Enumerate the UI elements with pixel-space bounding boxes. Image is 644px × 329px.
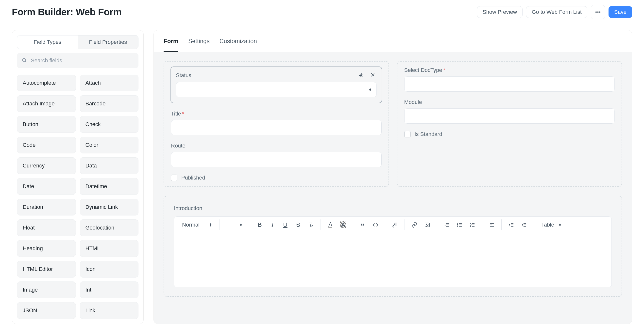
italic-button[interactable]: I <box>267 219 278 231</box>
field-type-check[interactable]: Check <box>80 116 139 133</box>
route-input[interactable] <box>171 152 382 167</box>
chevron-updown-icon: ▲▼ <box>558 223 562 227</box>
editor-heading: Introduction <box>174 205 612 212</box>
main-tab-form[interactable]: Form <box>164 30 178 52</box>
field-is-standard[interactable]: Is Standard <box>404 131 615 137</box>
indent-button[interactable] <box>518 219 530 231</box>
svg-rect-12 <box>425 223 430 227</box>
toolbar-separator <box>501 219 502 230</box>
main-panel: FormSettingsCustomization Status <box>154 30 632 324</box>
field-module[interactable]: Module <box>404 99 615 124</box>
published-checkbox[interactable] <box>171 175 178 181</box>
status-select[interactable] <box>176 82 377 97</box>
field-type-json[interactable]: JSON <box>17 302 76 319</box>
search-wrap <box>17 53 138 68</box>
field-type-link[interactable]: Link <box>80 302 139 319</box>
align-button[interactable] <box>486 219 498 231</box>
field-type-dynamic-link[interactable]: Dynamic Link <box>80 199 139 216</box>
chevron-updown-icon: ▲▼ <box>240 223 242 227</box>
main-tab-customization[interactable]: Customization <box>220 30 257 52</box>
field-type-attach-image[interactable]: Attach Image <box>17 95 76 112</box>
direction-button[interactable] <box>389 219 400 231</box>
form-column-right: Select DocType* Module Is Standard <box>397 61 622 187</box>
field-types-grid: AutocompleteAttachAttach ImageBarcodeBut… <box>17 75 138 319</box>
text-color-button[interactable]: A <box>325 219 336 231</box>
tab-field-types[interactable]: Field Types <box>17 35 78 49</box>
link-icon <box>412 222 417 228</box>
image-icon <box>424 222 430 228</box>
duplicate-field-button[interactable] <box>357 71 365 79</box>
field-type-float[interactable]: Float <box>17 219 76 236</box>
select-doctype-input[interactable] <box>404 76 615 92</box>
field-title[interactable]: Title* <box>171 111 382 135</box>
clear-format-button[interactable] <box>305 219 316 231</box>
toolbar-separator <box>220 219 220 230</box>
field-type-button[interactable]: Button <box>17 116 76 133</box>
field-type-color[interactable]: Color <box>80 137 139 153</box>
field-select-doctype[interactable]: Select DocType* <box>404 67 615 92</box>
format-select[interactable]: Normal ▲▼ <box>178 220 216 230</box>
main-tab-settings[interactable]: Settings <box>188 30 210 52</box>
module-input[interactable] <box>404 108 615 124</box>
save-button[interactable]: Save <box>608 6 632 18</box>
search-input[interactable] <box>17 53 138 68</box>
toolbar-separator <box>482 219 482 230</box>
toolbar-separator <box>320 219 321 230</box>
field-published[interactable]: Published <box>171 175 382 181</box>
search-icon <box>22 58 27 64</box>
svg-point-22 <box>457 226 458 227</box>
bold-button[interactable]: B <box>254 219 265 231</box>
field-type-geolocation[interactable]: Geolocation <box>80 219 139 236</box>
strikethrough-button[interactable]: S <box>292 219 304 231</box>
link-button[interactable] <box>409 219 420 231</box>
clear-format-icon <box>308 222 314 228</box>
code-button[interactable] <box>370 219 381 231</box>
tab-field-properties[interactable]: Field Properties <box>78 35 138 49</box>
field-type-heading[interactable]: Heading <box>17 240 76 257</box>
sidebar: Field Types Field Properties Autocomplet… <box>12 30 144 324</box>
field-type-icon[interactable]: Icon <box>80 261 139 278</box>
field-type-html[interactable]: HTML <box>80 240 139 257</box>
show-preview-button[interactable]: Show Preview <box>477 6 522 18</box>
svg-point-3 <box>22 58 26 61</box>
more-button[interactable] <box>591 5 605 19</box>
image-button[interactable] <box>422 219 433 231</box>
field-type-code[interactable]: Code <box>17 137 76 153</box>
highlight-button[interactable]: A <box>338 219 349 231</box>
field-type-autocomplete[interactable]: Autocomplete <box>17 75 76 91</box>
ordered-list-button[interactable] <box>441 219 452 231</box>
outdent-icon <box>508 222 514 228</box>
remove-field-button[interactable] <box>369 71 377 79</box>
field-label: Status <box>176 72 191 78</box>
unordered-list-button[interactable] <box>454 219 465 231</box>
strikethrough-icon: S <box>296 221 300 228</box>
title-input[interactable] <box>171 120 382 135</box>
size-select[interactable]: --- ▲▼ <box>224 220 246 230</box>
field-type-barcode[interactable]: Barcode <box>80 95 139 112</box>
field-type-image[interactable]: Image <box>17 282 76 298</box>
field-type-attach[interactable]: Attach <box>80 75 139 91</box>
underline-button[interactable]: U <box>280 219 291 231</box>
svg-point-1 <box>598 11 598 12</box>
blockquote-button[interactable] <box>357 219 368 231</box>
field-type-html-editor[interactable]: HTML Editor <box>17 261 76 278</box>
editor-body[interactable] <box>174 233 612 287</box>
field-type-data[interactable]: Data <box>80 157 139 174</box>
field-label: Module <box>404 99 615 105</box>
go-to-list-button[interactable]: Go to Web Form List <box>526 6 587 18</box>
table-select[interactable]: Table ▲▼ <box>538 220 565 230</box>
field-type-currency[interactable]: Currency <box>17 157 76 174</box>
field-type-duration[interactable]: Duration <box>17 199 76 216</box>
field-type-int[interactable]: Int <box>80 282 139 298</box>
outdent-button[interactable] <box>506 219 517 231</box>
field-status[interactable]: Status <box>170 66 382 103</box>
svg-point-2 <box>600 11 600 12</box>
field-type-date[interactable]: Date <box>17 178 76 195</box>
chevron-updown-icon: ▲▼ <box>209 223 212 227</box>
field-type-datetime[interactable]: Datetime <box>80 178 139 195</box>
field-route[interactable]: Route <box>171 143 382 167</box>
is-standard-checkbox[interactable] <box>404 131 411 137</box>
checklist-button[interactable] <box>466 219 478 231</box>
page-title: Form Builder: Web Form <box>12 7 122 17</box>
svg-point-20 <box>457 223 458 224</box>
